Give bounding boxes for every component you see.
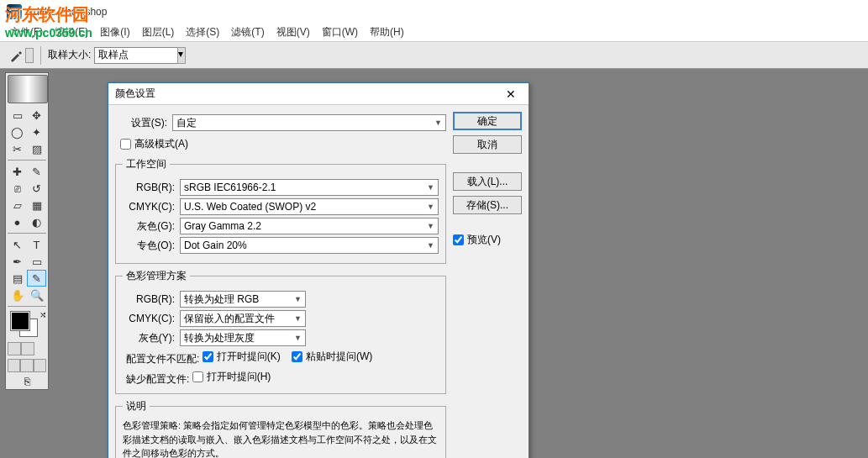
chevron-down-icon: ▼	[434, 118, 442, 127]
shape-tool[interactable]: ▭	[27, 253, 46, 270]
foreground-color[interactable]	[11, 312, 29, 330]
hand-tool[interactable]: ✋	[8, 287, 27, 303]
menu-select[interactable]: 选择(S)	[186, 25, 219, 39]
screen-mode-3-icon[interactable]	[34, 359, 46, 372]
policy-cmyk-label: CMYK(C):	[123, 313, 175, 324]
description-group: 说明 色彩管理策略: 策略会指定如何管理特定色彩模型中的色彩。策略也会处理色彩描…	[115, 399, 446, 458]
dodge-tool[interactable]: ◐	[27, 213, 46, 230]
swap-colors-icon[interactable]: ⤭	[39, 310, 46, 319]
preview-label: 预览(V)	[467, 233, 501, 247]
policy-group: 色彩管理方案 RGB(R):转换为处理 RGB▼ CMYK(C):保留嵌入的配置…	[115, 269, 446, 394]
menu-edit[interactable]: 编辑(E)	[55, 25, 88, 39]
settings-label: 设置(S):	[115, 116, 167, 130]
move-tool[interactable]: ✥	[27, 107, 46, 124]
path-tool[interactable]: ↖	[8, 236, 27, 253]
eraser-tool[interactable]: ▱	[8, 197, 27, 213]
policy-gray-select[interactable]: 转换为处理灰度▼	[180, 329, 306, 346]
standard-mode-icon[interactable]	[8, 342, 21, 355]
rgb-label: RGB(R):	[123, 182, 175, 193]
app-logo-icon	[7, 4, 22, 19]
stamp-tool[interactable]: ⎚	[8, 180, 27, 197]
workspace-legend: 工作空间	[123, 157, 170, 171]
close-icon[interactable]: ✕	[500, 87, 522, 101]
cmyk-label: CMYK(C):	[123, 201, 175, 213]
cmyk-select[interactable]: U.S. Web Coated (SWOP) v2▼	[180, 198, 439, 215]
toolbox: ▭✥ ◯✦ ✂▨ ✚✎ ⎚↺ ▱▦ ●◐ ↖T ✒▭ ▤✎ ✋🔍 ⤭ ⎘	[5, 72, 49, 390]
advanced-mode-label: 高级模式(A)	[134, 137, 188, 151]
blur-tool[interactable]: ●	[8, 213, 27, 230]
menu-layer[interactable]: 图层(L)	[142, 25, 175, 39]
tool-preset-flyout[interactable]	[25, 48, 34, 63]
menu-image[interactable]: 图像(I)	[100, 25, 129, 39]
marquee-tool[interactable]: ▭	[8, 107, 27, 124]
title-bar: Adobe Photoshop	[0, 0, 868, 24]
load-button[interactable]: 载入(L)...	[453, 172, 522, 191]
mismatch-paste-checkbox[interactable]	[292, 351, 302, 362]
policy-rgb-select[interactable]: 转换为处理 RGB▼	[180, 291, 306, 308]
mismatch-paste-label: 粘贴时提问(W)	[306, 350, 372, 364]
preview-checkbox[interactable]	[453, 234, 464, 245]
gray-select[interactable]: Gray Gamma 2.2▼	[180, 218, 439, 234]
eyedropper-tool[interactable]: ✎	[27, 270, 46, 287]
screen-mode-1-icon[interactable]	[8, 359, 20, 372]
toolbox-header-icon	[8, 75, 48, 103]
color-settings-dialog: 颜色设置 ✕ 设置(S): 自定▼ 高级模式(A) 工作空间 RGB(R):sR…	[108, 82, 529, 458]
spot-select[interactable]: Dot Gain 20%▼	[180, 237, 439, 254]
wand-tool[interactable]: ✦	[27, 124, 46, 140]
cancel-button[interactable]: 取消	[453, 135, 522, 154]
sample-size-dropdown-icon[interactable]: ▾	[177, 47, 186, 64]
ok-button[interactable]: 确定	[453, 112, 522, 130]
sample-size-select[interactable]: 取样点	[94, 47, 178, 64]
menu-window[interactable]: 窗口(W)	[322, 25, 358, 39]
missing-open-label: 打开时提问(H)	[207, 370, 271, 384]
menu-view[interactable]: 视图(V)	[276, 25, 310, 39]
spot-label: 专色(O):	[123, 239, 175, 253]
options-bar: 取样大小: 取样点 ▾	[0, 42, 868, 69]
dialog-title: 颜色设置	[115, 87, 155, 101]
mismatch-open-checkbox[interactable]	[203, 351, 213, 362]
settings-select[interactable]: 自定▼	[172, 114, 446, 131]
description-text: 色彩管理策略: 策略会指定如何管理特定色彩模型中的色彩。策略也会处理色彩描述文档…	[123, 419, 439, 458]
description-legend: 说明	[123, 399, 150, 413]
missing-open-checkbox[interactable]	[192, 371, 203, 382]
pen-tool[interactable]: ✒	[8, 253, 27, 270]
eyedropper-icon	[8, 48, 24, 63]
workspace-group: 工作空间 RGB(R):sRGB IEC61966-2.1▼ CMYK(C):U…	[115, 157, 446, 264]
policy-cmyk-select[interactable]: 保留嵌入的配置文件▼	[180, 310, 306, 327]
notes-tool[interactable]: ▤	[8, 270, 27, 287]
save-button[interactable]: 存储(S)...	[453, 196, 522, 214]
sample-size-label: 取样大小:	[48, 48, 91, 62]
advanced-mode-checkbox[interactable]	[120, 139, 131, 150]
policy-rgb-label: RGB(R):	[123, 293, 175, 305]
lasso-tool[interactable]: ◯	[8, 124, 27, 140]
menu-file[interactable]: 文件(F)	[10, 25, 43, 39]
quickmask-mode-icon[interactable]	[21, 342, 34, 355]
policy-gray-label: 灰色(Y):	[123, 331, 175, 345]
gray-label: 灰色(G):	[123, 219, 175, 234]
mismatch-open-label: 打开时提问(K)	[217, 350, 281, 364]
app-title: Adobe Photoshop	[27, 6, 107, 18]
slice-tool[interactable]: ▨	[27, 140, 46, 157]
brush-tool[interactable]: ✎	[27, 163, 46, 180]
rgb-select[interactable]: sRGB IEC61966-2.1▼	[180, 179, 439, 196]
missing-label: 缺少配置文件:	[126, 373, 189, 385]
screen-mode-2-icon[interactable]	[20, 359, 33, 372]
policy-legend: 色彩管理方案	[123, 269, 190, 283]
gradient-tool[interactable]: ▦	[27, 197, 46, 213]
color-swatches[interactable]: ⤭	[8, 310, 48, 339]
menu-bar: 文件(F) 编辑(E) 图像(I) 图层(L) 选择(S) 滤镜(T) 视图(V…	[0, 24, 868, 42]
menu-help[interactable]: 帮助(H)	[370, 25, 404, 39]
jump-to-icon[interactable]: ⎘	[8, 376, 46, 387]
heal-tool[interactable]: ✚	[8, 163, 27, 180]
zoom-tool[interactable]: 🔍	[27, 287, 46, 303]
crop-tool[interactable]: ✂	[8, 140, 27, 157]
history-brush-tool[interactable]: ↺	[27, 180, 46, 197]
mismatch-label: 配置文件不匹配:	[126, 353, 199, 365]
type-tool[interactable]: T	[27, 236, 46, 253]
menu-filter[interactable]: 滤镜(T)	[231, 25, 264, 39]
